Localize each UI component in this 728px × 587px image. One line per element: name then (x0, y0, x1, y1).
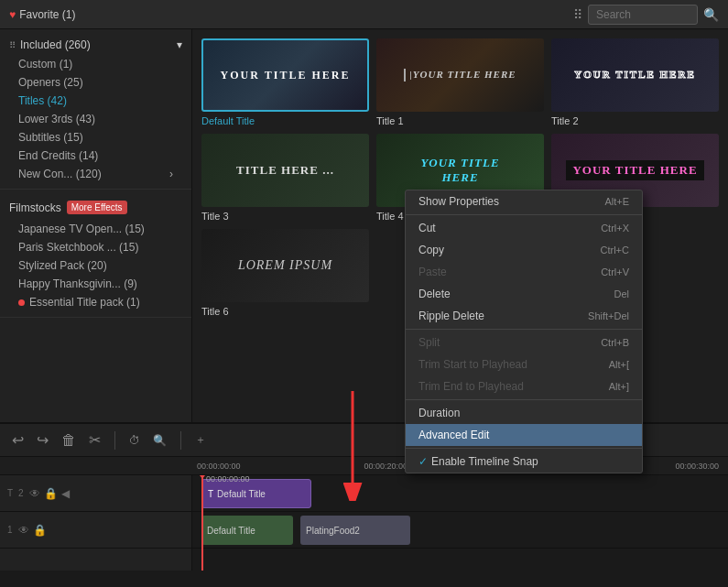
search-area: ⠿ 🔍 (573, 5, 719, 25)
filmstock-item-0[interactable]: Japanese TV Open... (15) (0, 220, 191, 238)
ctx-trim-start: Trim Start to Playhead Alt+[ (406, 353, 642, 375)
thumb-label-default: Default Title (201, 115, 369, 126)
snap-button[interactable]: ⏱ (126, 431, 143, 450)
ctx-split: Split Ctrl+B (406, 332, 642, 353)
included-header[interactable]: ⠿ Included (260) ▾ (0, 35, 191, 55)
ctx-advanced-edit[interactable]: Advanced Edit (406, 424, 642, 446)
ctx-trim-start-label: Trim Start to Playhead (418, 358, 527, 371)
ctx-trim-start-shortcut: Alt+[ (609, 359, 629, 370)
filmstock-item-4[interactable]: Essential Title pack (1) (0, 293, 191, 311)
ctx-advanced-edit-label: Advanced Edit (418, 429, 489, 441)
included-label: Included (260) (20, 38, 91, 51)
track-lock-icon-1[interactable]: 🔒 (33, 524, 47, 537)
clip-title-label: Default Title (217, 489, 266, 499)
title-clip-icon: T (208, 489, 213, 499)
search-input[interactable] (588, 5, 698, 25)
track-num-2: T (7, 488, 13, 498)
track-arrow-icon-2[interactable]: ◀ (61, 487, 70, 500)
toolbar-separator-2 (180, 431, 181, 450)
thumb-item-default[interactable]: YOUR TITLE HERE Default Title (201, 38, 369, 126)
ctx-ripple-delete-shortcut: Shift+Del (588, 310, 629, 321)
ctx-enable-snap[interactable]: ✓Enable Timeline Snap (406, 451, 642, 473)
thumb-text-5: Your Title Here (566, 160, 703, 180)
ctx-duration-label: Duration (418, 407, 460, 419)
thumb-item-1[interactable]: |YOUR TITLE HERE Title 1 (376, 38, 544, 126)
thumb-label-2: Title 2 (551, 115, 719, 126)
ruler-time-mid: 00:00:20:00 (364, 462, 408, 471)
clip-video-2[interactable]: PlatingFood2 (300, 516, 410, 545)
thumb-image-default: YOUR TITLE HERE (201, 38, 369, 112)
ctx-split-label: Split (418, 336, 440, 349)
ctx-ripple-delete-label: Ripple Delete (418, 310, 484, 322)
ctx-show-properties[interactable]: Show Properties Alt+E (406, 190, 642, 212)
timeline-tracks: T 2 👁 🔒 ◀ 1 👁 🔒 00:00:00:00 (0, 475, 728, 571)
ctx-divider-3 (406, 399, 642, 400)
sidebar-item-endcredits[interactable]: End Credits (14) (0, 147, 191, 165)
chevron-down-icon: ▾ (177, 38, 182, 51)
thumb-item-2[interactable]: YOUR TITLE HERE Title 2 (551, 38, 719, 126)
ruler-time-end: 00:00:30:00 (675, 462, 719, 471)
ctx-trim-end: Trim End to Playhead Alt+] (406, 375, 642, 397)
redo-button[interactable]: ↪ (34, 429, 51, 451)
track-icons-2: 👁 🔒 ◀ (29, 487, 70, 500)
sidebar-item-newcon[interactable]: New Con... (120) › (0, 165, 191, 183)
sidebar-item-titles[interactable]: Titles (42) (0, 92, 191, 110)
sidebar-item-subtitles[interactable]: Subtitles (15) (0, 128, 191, 147)
filmstock-item-2[interactable]: Stylized Pack (20) (0, 256, 191, 275)
sidebar-item-openers[interactable]: Openers (25) (0, 73, 191, 92)
favorite-section[interactable]: ♥ Favorite (1) (9, 8, 75, 21)
ctx-divider-2 (406, 329, 642, 330)
timeline-current-time: 00:00:00:00 (206, 475, 250, 484)
track-num-2b: 2 (18, 488, 24, 498)
ctx-trim-end-label: Trim End to Playhead (418, 380, 524, 393)
thumb-item-6[interactable]: Lorem Ipsum Title 6 (201, 229, 369, 317)
thumb-label-6: Title 6 (201, 306, 369, 317)
sidebar-item-lower3rds[interactable]: Lower 3rds (43) (0, 110, 191, 128)
ctx-split-shortcut: Ctrl+B (601, 337, 629, 348)
thumb-image-2: YOUR TITLE HERE (551, 38, 719, 112)
undo-button[interactable]: ↩ (9, 429, 27, 451)
ctx-delete[interactable]: Delete Del (406, 283, 642, 305)
ctx-cut[interactable]: Cut Ctrl+X (406, 217, 642, 239)
cut-button[interactable]: ✂ (86, 429, 103, 451)
track-label-1: 1 👁 🔒 (0, 512, 191, 549)
filmstock-item-1[interactable]: Paris Sketchbook ... (15) (0, 238, 191, 256)
ctx-enable-snap-label: Enable Timeline Snap (431, 455, 538, 468)
ctx-duration[interactable]: Duration (406, 402, 642, 424)
chevron-right-icon: › (169, 168, 173, 180)
track-num-1: 1 (7, 525, 13, 535)
track-eye-icon-1[interactable]: 👁 (18, 524, 29, 537)
ctx-ripple-delete[interactable]: Ripple Delete Shift+Del (406, 305, 642, 327)
thumb-text-3: TITLE HERE ... (236, 163, 334, 178)
thumb-image-6: Lorem Ipsum (201, 229, 369, 302)
track-row-2: T Default Title (192, 475, 728, 512)
zoom-button[interactable]: 🔍 (150, 431, 169, 450)
ctx-paste-label: Paste (418, 266, 447, 278)
ctx-show-properties-shortcut: Alt+E (604, 196, 629, 207)
thumb-item-3[interactable]: TITLE HERE ... Title 3 (201, 134, 369, 222)
ctx-delete-shortcut: Del (614, 288, 629, 299)
filmstock-item-3[interactable]: Happy Thanksgivin... (9) (0, 275, 191, 293)
toolbar-separator (114, 431, 115, 450)
track-eye-icon-2[interactable]: 👁 (29, 487, 40, 500)
sidebar-item-custom[interactable]: Custom (1) (0, 55, 191, 73)
grid-icon: ⠿ (573, 7, 582, 22)
ctx-divider-1 (406, 214, 642, 215)
search-button[interactable]: 🔍 (703, 7, 719, 22)
ctx-copy[interactable]: Copy Ctrl+C (406, 239, 642, 261)
thumb-text-2: YOUR TITLE HERE (574, 69, 696, 81)
ctx-paste: Paste Ctrl+V (406, 261, 642, 283)
clip-video-1[interactable]: Default Title (201, 516, 293, 545)
add-track-button[interactable]: ＋ (192, 429, 209, 451)
ctx-trim-end-shortcut: Alt+] (609, 381, 629, 392)
delete-button[interactable]: 🗑 (59, 429, 79, 451)
track-lock-icon-2[interactable]: 🔒 (44, 487, 58, 500)
clip-video-2-label: PlatingFood2 (306, 526, 360, 536)
ctx-cut-label: Cut (418, 222, 436, 234)
thumb-text-4: YOUR TITLEHERE (420, 156, 499, 184)
thumb-text-default: YOUR TITLE HERE (221, 69, 351, 82)
more-effects-button[interactable]: More Effects (67, 201, 127, 214)
ctx-checkmark: ✓ (418, 455, 428, 468)
filmstocks-section: Filmstocks More Effects Japanese TV Open… (0, 190, 191, 318)
grid-dots-icon: ⠿ (9, 40, 16, 50)
